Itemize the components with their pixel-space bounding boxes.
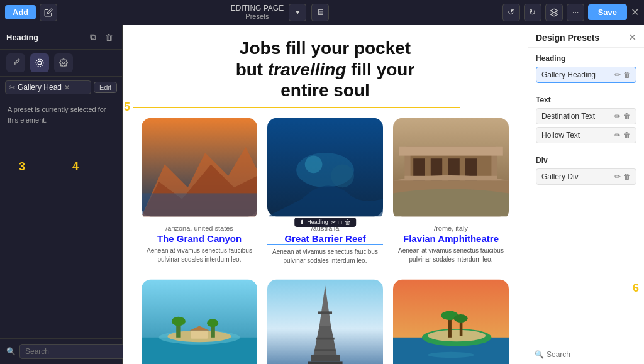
- preset-search-wrap: ✂ ✕: [5, 80, 91, 94]
- delete-destination-button[interactable]: 🗑: [623, 112, 631, 121]
- gallery-desc-0: Aenean at vivamus senectus faucibus pulv…: [142, 246, 257, 264]
- delete-button[interactable]: 🗑: [102, 30, 116, 44]
- text-section: Text Destination Text ✏ 🗑 Hollow Text ✏ …: [528, 89, 644, 150]
- gallery-item-1: ⬆ Heading ✂ □ 🗑 /australia Great Barrier…: [267, 114, 383, 265]
- top-center: EDITING PAGE Presets ▼ 🖥: [61, 4, 498, 21]
- div-section-title: Div: [536, 156, 636, 165]
- save-button[interactable]: Save: [588, 4, 627, 20]
- delete-gallery-div-button[interactable]: 🗑: [623, 172, 631, 181]
- hollow-text-preset[interactable]: Hollow Text ✏ 🗑: [536, 127, 636, 143]
- gallery-location-0: /arizona, united states: [142, 224, 257, 232]
- text-section-title: Text: [536, 96, 636, 104]
- svg-point-48: [454, 314, 468, 323]
- hollow-text-actions: ✏ 🗑: [614, 131, 631, 140]
- gallery-image-4: [267, 275, 383, 364]
- dropdown-button[interactable]: ▼: [289, 4, 306, 21]
- edit-gallery-div-button[interactable]: ✏: [614, 172, 621, 181]
- search-row: ✂ ✕ Edit: [0, 77, 122, 98]
- edit-preset-button[interactable]: ✏: [614, 70, 621, 79]
- right-sidebar: Design Presets ✕ Heading Gallery Heading…: [528, 25, 644, 364]
- right-title: Design Presets: [536, 33, 599, 43]
- heading-section: Heading Gallery Heading ✏ 🗑: [528, 48, 644, 89]
- heading-section-title: Heading: [536, 54, 636, 63]
- arrow-3-annotation: 3: [19, 160, 25, 174]
- more-button[interactable]: ···: [567, 4, 584, 21]
- svg-rect-35: [311, 355, 340, 361]
- gallery-div-actions: ✏ 🗑: [614, 172, 631, 181]
- svg-point-10: [305, 155, 323, 173]
- svg-point-44: [428, 330, 486, 341]
- preset-actions: ✏ 🗑: [614, 70, 631, 79]
- scissors-icon: ✂: [9, 84, 15, 92]
- tab-row: [0, 50, 122, 77]
- left-sidebar: Heading ⧉ 🗑: [0, 25, 123, 364]
- right-close-button[interactable]: ✕: [628, 31, 636, 43]
- heading-toolbar: ⬆ Heading ✂ □ 🗑: [294, 218, 356, 227]
- layers-button[interactable]: [545, 4, 563, 21]
- svg-point-49: [428, 352, 474, 358]
- svg-point-2: [36, 59, 43, 67]
- gallery-desc-2: Aenean at vivamus senectus faucibus pulv…: [393, 246, 509, 264]
- gallery-location-2: /rome, italy: [393, 224, 509, 232]
- gallery-item-4: /paris, france Eiffel Tower Aenean at vi…: [267, 275, 383, 364]
- sidebar-icons: ⧉ 🗑: [86, 30, 116, 44]
- delete-hollow-button[interactable]: 🗑: [623, 131, 631, 140]
- canvas-content: Jobs fill your pocket but travelling fil…: [123, 25, 528, 364]
- top-bar: Add EDITING PAGE Presets ▼ 🖥 ↺ ↻ ··· Sav…: [0, 0, 644, 25]
- tab-link[interactable]: [30, 53, 49, 72]
- gallery-div-label: Gallery Div: [541, 172, 579, 181]
- svg-point-29: [207, 319, 218, 327]
- undo-button[interactable]: ↺: [502, 4, 520, 21]
- gallery-heading-preset[interactable]: Gallery Heading ✏ 🗑: [536, 67, 636, 83]
- svg-rect-39: [314, 349, 335, 351]
- right-search-input[interactable]: [547, 350, 641, 359]
- close-button[interactable]: ✕: [631, 6, 639, 18]
- sidebar-bottom: 🔍 ⚙: [0, 338, 122, 364]
- svg-rect-7: [142, 193, 257, 216]
- edit-label-button[interactable]: Edit: [94, 82, 117, 93]
- gallery-grid: /arizona, united states The Grand Canyon…: [142, 114, 509, 364]
- canvas-area: 5 Jobs fill your pocket but travelling f…: [123, 25, 528, 364]
- destination-text-preset[interactable]: Destination Text ✏ 🗑: [536, 108, 636, 124]
- div-section: Div Gallery Div ✏ 🗑: [528, 150, 644, 191]
- gallery-image-2: [393, 114, 509, 221]
- svg-point-1: [38, 61, 42, 65]
- svg-rect-30: [191, 331, 208, 339]
- gallery-name-1: Great Barrier Reef: [267, 233, 383, 245]
- hollow-text-label: Hollow Text: [541, 131, 580, 140]
- gallery-image-1: [267, 114, 383, 221]
- search-bottom-row: 🔍 ⚙: [0, 339, 122, 364]
- right-header: Design Presets ✕: [528, 25, 644, 48]
- arrow-4-annotation: 4: [72, 160, 79, 174]
- redo-button[interactable]: ↻: [524, 4, 541, 21]
- delete-preset-button[interactable]: 🗑: [623, 70, 631, 79]
- gallery-image-0: [142, 114, 257, 221]
- copy-button[interactable]: ⧉: [86, 30, 99, 44]
- clear-search-button[interactable]: ✕: [64, 84, 70, 92]
- gallery-div-preset[interactable]: Gallery Div ✏ 🗑: [536, 168, 636, 185]
- gallery-image-3: [142, 275, 257, 364]
- edit-destination-button[interactable]: ✏: [614, 112, 621, 121]
- edit-hollow-button[interactable]: ✏: [614, 131, 621, 140]
- svg-point-27: [172, 316, 186, 326]
- gallery-item-2: /rome, italy Flavian Amphitheatre Aenean…: [393, 114, 509, 265]
- editing-label: EDITING PAGE Presets: [231, 4, 284, 21]
- gallery-heading-label: Gallery Heading: [541, 70, 596, 79]
- gallery-item-0: /arizona, united states The Grand Canyon…: [142, 114, 257, 265]
- tab-edit[interactable]: [6, 53, 25, 72]
- tab-settings[interactable]: [54, 53, 73, 72]
- svg-point-3: [62, 62, 65, 64]
- gallery-item-5: /island Tropical Island Aenean at vivamu…: [393, 275, 509, 364]
- destination-text-actions: ✏ 🗑: [614, 112, 631, 121]
- add-button[interactable]: Add: [5, 5, 36, 19]
- sidebar-header: Heading ⧉ 🗑: [0, 25, 122, 50]
- gallery-name-2: Flavian Amphitheatre: [393, 233, 509, 244]
- bottom-search-input[interactable]: [19, 344, 125, 359]
- top-right: ↺ ↻ ··· Save ✕: [502, 4, 639, 21]
- edit-icon-button[interactable]: [40, 4, 57, 21]
- preset-search-input[interactable]: [18, 83, 62, 92]
- monitor-icon-button[interactable]: 🖥: [311, 4, 329, 21]
- sidebar-title: Heading: [6, 33, 38, 42]
- svg-rect-36: [308, 361, 342, 364]
- svg-rect-21: [399, 147, 503, 156]
